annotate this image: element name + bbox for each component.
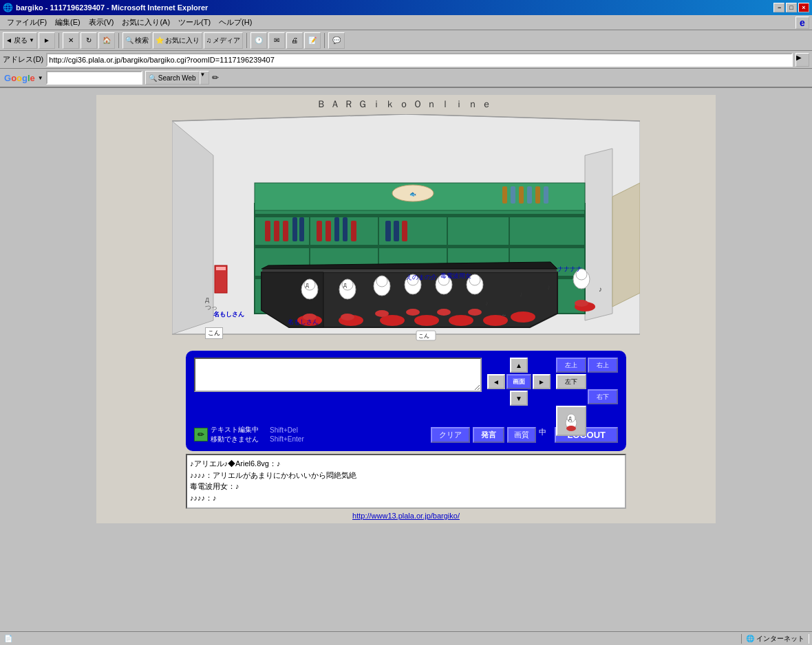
- go-button[interactable]: ▶: [795, 53, 809, 67]
- window-title: bargiko - 1117196239407 - Microsoft Inte…: [16, 3, 208, 12]
- favorites-button[interactable]: ⭐ お気に入り: [153, 32, 202, 49]
- svg-rect-34: [535, 186, 540, 204]
- bar-scene-container: ＢＡＲＧｉｋｏＯｎｌｉｎｅ: [96, 95, 716, 523]
- history-button[interactable]: 🕐: [250, 32, 267, 49]
- chat-line-4: ♪♪♪♪：♪: [190, 492, 622, 504]
- refresh-button[interactable]: ↻: [81, 32, 97, 49]
- dpad-left-button[interactable]: ◄: [487, 374, 505, 389]
- ie-window-icon: 🌐: [3, 3, 13, 12]
- menu-tools[interactable]: ツール(T): [174, 16, 215, 29]
- speech-bubble-1: こん: [205, 327, 223, 339]
- back-button[interactable]: ◄ 戻る ▼: [3, 32, 37, 49]
- chat-input[interactable]: [194, 358, 482, 392]
- dpad-up-button[interactable]: ▲: [510, 358, 528, 373]
- svg-rect-21: [325, 221, 331, 241]
- chat-log[interactable]: ♪アリエル♪◆Ariel6.8vg：♪ ♪♪♪♪：アリエルがあまりにかわいいから…: [186, 454, 626, 509]
- google-search-button[interactable]: 🔍 Search Web: [145, 71, 200, 85]
- menu-favorites[interactable]: お気に入り(A): [118, 16, 174, 29]
- bar-title: ＢＡＲＧｉｋｏＯｎｌｉｎｅ: [317, 98, 495, 111]
- speak-button[interactable]: 発言: [473, 427, 504, 443]
- svg-rect-31: [511, 186, 515, 204]
- svg-text:ナナナナ: ナナナナ: [557, 265, 582, 272]
- svg-rect-19: [299, 217, 304, 241]
- edit-page-button[interactable]: 📝: [304, 32, 321, 49]
- svg-text:🐟: 🐟: [409, 190, 416, 197]
- svg-point-55: [341, 314, 354, 320]
- svg-text:えのまの介: えのまの介: [406, 274, 437, 281]
- internet-label: インターネット: [756, 635, 804, 642]
- mail-button[interactable]: ✉: [268, 32, 285, 49]
- svg-rect-15: [265, 221, 270, 241]
- media-icon: ♫: [206, 36, 212, 44]
- clear-button[interactable]: クリア: [431, 427, 470, 443]
- status-left: 📄: [3, 633, 17, 644]
- quality-button[interactable]: 画質: [507, 427, 536, 443]
- bar-scene: 🐟: [172, 114, 640, 348]
- directional-pad: ▲ ◄ 画面 ► ▼: [487, 358, 551, 421]
- maximize-button[interactable]: □: [786, 3, 797, 12]
- svg-point-61: [406, 309, 420, 316]
- dpad-right-button[interactable]: ►: [533, 374, 551, 389]
- nav-top-left-button[interactable]: 左上: [556, 358, 586, 373]
- search-icon: 🔍: [125, 36, 133, 44]
- menu-view[interactable]: 表示(V): [85, 16, 118, 29]
- google-search-input[interactable]: [46, 71, 142, 85]
- pencil-icon[interactable]: ✏: [212, 73, 219, 83]
- close-button[interactable]: ×: [798, 3, 809, 12]
- status-page-icon: 📄: [3, 633, 14, 644]
- address-bar: アドレス(D) ▶: [0, 51, 812, 69]
- svg-marker-37: [261, 269, 557, 272]
- svg-point-91: [566, 426, 576, 431]
- svg-text:～: ～: [501, 311, 507, 318]
- hint-clear-text: Shift+Del: [270, 426, 304, 434]
- svg-text:こん: こん: [418, 333, 429, 339]
- media-button[interactable]: ♫ メディア: [204, 32, 244, 49]
- chat-line-3: 毒電波用女：♪: [190, 481, 622, 492]
- stop-button[interactable]: ✕: [63, 32, 79, 49]
- print-button[interactable]: 🖨: [286, 32, 303, 49]
- svg-point-43: [414, 315, 439, 326]
- bottom-link[interactable]: http://www13.plala.or.jp/bargiko/: [352, 512, 460, 520]
- dpad-center-button[interactable]: 画面: [506, 374, 531, 389]
- svg-rect-18: [292, 217, 297, 241]
- address-input[interactable]: [46, 53, 793, 67]
- svg-rect-86: [216, 267, 226, 270]
- menu-file[interactable]: ファイル(F): [3, 16, 51, 29]
- separator-1: [58, 33, 59, 48]
- svg-point-64: [437, 309, 451, 316]
- menu-bar: ファイル(F) 編集(E) 表示(V) お気に入り(A) ツール(T) ヘルプ(…: [0, 15, 812, 30]
- svg-point-67: [468, 309, 482, 316]
- svg-point-57: [376, 276, 387, 287]
- nav-bottom-left-button[interactable]: 左下: [556, 374, 586, 389]
- separator-4: [324, 33, 325, 48]
- svg-rect-27: [402, 221, 407, 241]
- svg-text:名もしさん: 名もしさん: [288, 318, 319, 325]
- home-button[interactable]: 🏠: [98, 32, 115, 49]
- forward-button[interactable]: ►: [39, 32, 55, 49]
- internet-zone: 🌐 インターネット: [741, 634, 809, 644]
- menu-help[interactable]: ヘルプ(H): [215, 16, 256, 29]
- nav-bottom-right-button[interactable]: 右下: [588, 389, 618, 404]
- minimize-button[interactable]: －: [773, 3, 784, 12]
- back-dropdown-icon[interactable]: ▼: [29, 37, 34, 43]
- svg-rect-25: [385, 221, 391, 241]
- google-dropdown-icon[interactable]: ▼: [38, 75, 43, 81]
- svg-rect-32: [519, 186, 524, 204]
- edit-indicator: ✏ テキスト編集中 移動できません: [194, 425, 259, 444]
- svg-text:♪: ♪: [547, 283, 551, 291]
- svg-rect-26: [394, 221, 399, 241]
- svg-rect-20: [317, 221, 322, 241]
- svg-point-44: [449, 315, 473, 326]
- chat-line-2: ♪♪♪♪：アリエルがあまりにかわいいから悶絶気絶: [190, 470, 622, 481]
- svg-rect-30: [502, 186, 507, 204]
- search-button[interactable]: 🔍 検索: [122, 32, 151, 49]
- search-dropdown[interactable]: ▼: [200, 71, 209, 85]
- svg-rect-33: [527, 186, 532, 204]
- nav-character-button[interactable]: Д: [556, 406, 586, 436]
- svg-rect-7: [255, 214, 585, 217]
- svg-rect-22: [334, 217, 339, 241]
- dpad-down-button[interactable]: ▼: [510, 391, 528, 406]
- menu-edit[interactable]: 編集(E): [51, 16, 85, 29]
- nav-top-right-button[interactable]: 右上: [588, 358, 618, 373]
- discuss-button[interactable]: 💬: [328, 32, 345, 49]
